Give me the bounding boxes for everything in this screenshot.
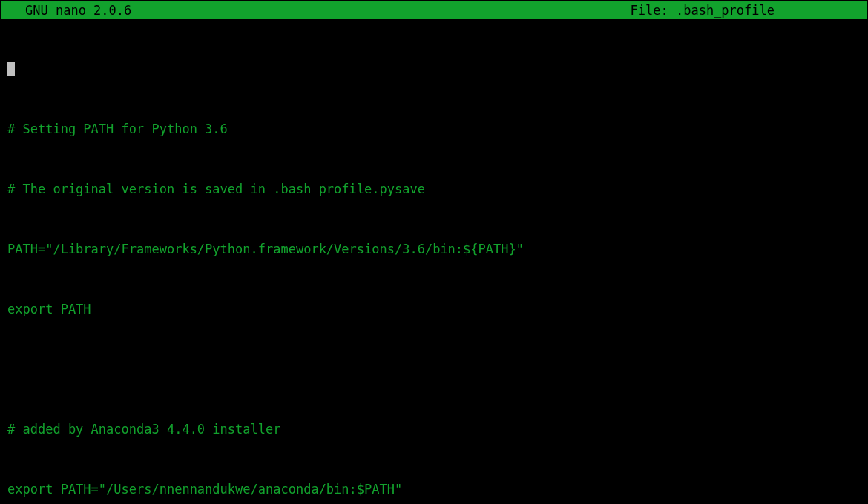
editor-line[interactable]: # added by Anaconda3 4.4.0 installer (7, 420, 861, 440)
editor-line[interactable]: export PATH="/Users/nnennandukwe/anacond… (7, 480, 861, 500)
editor-line[interactable] (7, 359, 861, 379)
line-content: export PATH="/Users/nnennandukwe/anacond… (7, 482, 402, 497)
editor-line[interactable]: export PATH (7, 299, 861, 319)
editor-line[interactable] (7, 59, 861, 79)
line-content: PATH="/Library/Frameworks/Python.framewo… (7, 242, 524, 256)
editor-line[interactable]: PATH="/Library/Frameworks/Python.framewo… (7, 239, 861, 259)
line-content: export PATH (7, 302, 91, 316)
line-content: # Setting PATH for Python 3.6 (7, 122, 228, 136)
editor-line[interactable]: # Setting PATH for Python 3.6 (7, 119, 861, 139)
line-content: # added by Anaconda3 4.4.0 installer (7, 422, 280, 437)
nano-title-bar: GNU nano 2.0.6 File: .bash_profile (1, 1, 867, 19)
nano-file-label: File: .bash_profile (631, 3, 864, 18)
editor-line[interactable]: # The original version is saved in .bash… (7, 179, 861, 199)
nano-app-name: GNU nano 2.0.6 (4, 3, 131, 18)
editor-text-area[interactable]: # Setting PATH for Python 3.6 # The orig… (1, 19, 867, 504)
text-cursor (7, 62, 15, 76)
line-content: # The original version is saved in .bash… (7, 182, 425, 196)
